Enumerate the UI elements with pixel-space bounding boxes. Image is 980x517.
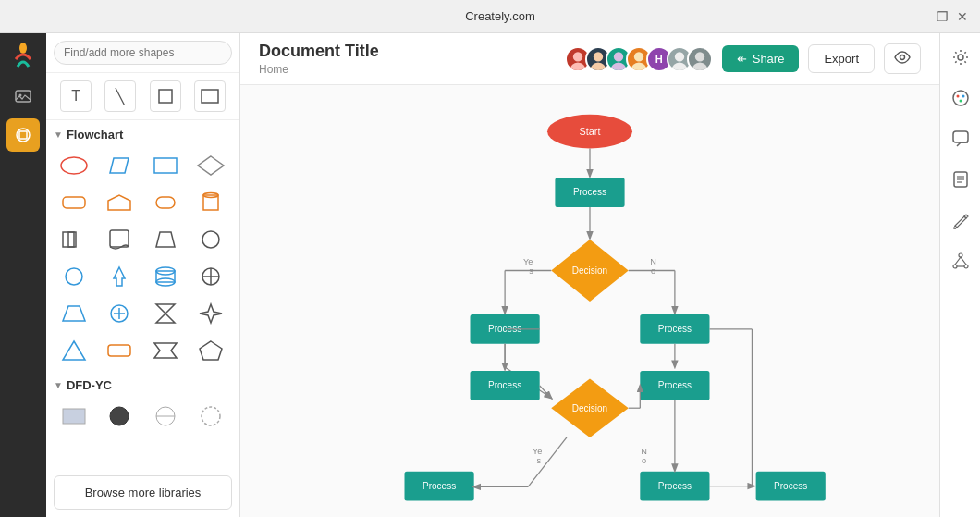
dfd-shape-circle[interactable] [99, 400, 140, 433]
shape-circle-plus[interactable] [99, 297, 140, 330]
shape-trapezoid2[interactable] [54, 297, 94, 330]
svg-line-111 [955, 257, 961, 265]
dfd-shape-dashed[interactable] [190, 400, 231, 433]
shape-house[interactable] [99, 186, 140, 219]
shape-rounded-rect[interactable] [99, 334, 140, 367]
shape-oval[interactable] [54, 149, 94, 182]
dfd-chevron: ▼ [54, 380, 63, 390]
search-bar [46, 33, 239, 73]
nav-rail [0, 33, 46, 517]
svg-point-46 [594, 52, 603, 61]
decision2-label: Decision [572, 403, 607, 413]
flowchart-section-header[interactable]: ▼ Flowchart [54, 128, 232, 142]
search-input[interactable] [54, 41, 232, 65]
svg-point-55 [692, 62, 707, 72]
dfd-shape-half-circle[interactable] [145, 400, 186, 433]
shape-pentagon[interactable] [190, 334, 231, 367]
shape-bow-tie[interactable] [145, 334, 186, 367]
shape-diamond[interactable] [190, 149, 231, 182]
process1-label: Process [573, 187, 606, 197]
svg-point-45 [570, 62, 585, 72]
svg-rect-11 [63, 197, 85, 208]
settings-icon[interactable] [944, 41, 977, 74]
line-tool[interactable]: ╲ [104, 80, 136, 112]
svg-point-20 [202, 231, 219, 248]
toolbar-row: T ╲ [46, 73, 239, 120]
network-icon[interactable] [944, 244, 977, 277]
svg-text:Ye: Ye [533, 447, 542, 456]
svg-point-56 [900, 55, 905, 60]
flowchart-label: Flowchart [67, 128, 123, 142]
dfd-shape-rect[interactable] [54, 400, 94, 433]
export-button[interactable]: Export [808, 44, 875, 73]
nav-icon-shapes[interactable] [6, 118, 40, 152]
svg-point-44 [573, 52, 582, 61]
shape-square-notch[interactable] [54, 223, 94, 256]
svg-marker-12 [108, 195, 130, 210]
svg-rect-17 [68, 232, 74, 247]
svg-point-3 [17, 129, 30, 142]
shape-rect-round[interactable] [54, 186, 94, 219]
shapes-panel: ▼ Flowchart [46, 120, 239, 468]
shape-trapezoid[interactable] [145, 223, 186, 256]
titlebar: Creately.com — ❐ ✕ [0, 0, 980, 33]
frame-tool[interactable] [150, 80, 181, 112]
svg-rect-5 [159, 90, 172, 103]
svg-rect-9 [154, 158, 177, 173]
doc-info: Document Title Home [259, 42, 379, 76]
avatars-group: H [569, 46, 713, 72]
text-tool[interactable]: T [60, 80, 92, 112]
rect-tool[interactable] [194, 80, 226, 112]
svg-point-98 [958, 55, 963, 60]
shape-star-4[interactable] [190, 297, 231, 330]
shape-rect-blue[interactable] [145, 149, 186, 182]
svg-marker-22 [114, 267, 125, 286]
process4-label: Process [488, 380, 521, 390]
shape-stadium[interactable] [145, 186, 186, 219]
process6-label: Process [423, 481, 456, 491]
shape-circle[interactable] [190, 223, 231, 256]
view-button[interactable] [884, 43, 921, 74]
notes-icon[interactable] [944, 163, 977, 196]
svg-point-47 [590, 62, 606, 72]
app-wrapper: T ╲ ▼ Flowchart [0, 33, 980, 517]
svg-rect-103 [953, 131, 968, 142]
share-button[interactable]: ↞ Share [722, 45, 800, 72]
dfd-shapes-grid [54, 400, 232, 433]
shape-triangle[interactable] [54, 334, 94, 367]
share-label: Share [753, 52, 785, 66]
svg-marker-38 [200, 341, 222, 360]
svg-rect-39 [63, 409, 85, 424]
browse-libraries-button[interactable]: Browse more libraries [54, 475, 232, 510]
svg-rect-13 [156, 197, 175, 208]
minimize-button[interactable]: — [915, 10, 928, 23]
dfd-section-header[interactable]: ▼ DFD-YC [54, 378, 232, 392]
svg-text:s: s [529, 266, 533, 276]
svg-point-100 [956, 95, 959, 98]
svg-point-51 [631, 62, 646, 72]
share-icon: ↞ [737, 52, 747, 66]
svg-rect-36 [108, 345, 130, 356]
shape-cylinder[interactable] [190, 186, 231, 219]
shape-db[interactable] [145, 260, 186, 293]
shape-circle-outline[interactable] [54, 260, 94, 293]
shape-hourglass[interactable] [145, 297, 186, 330]
brush-icon[interactable] [944, 203, 977, 237]
dfd-label: DFD-YC [67, 378, 112, 392]
palette-icon[interactable] [944, 81, 977, 115]
shape-doc[interactable] [99, 223, 140, 256]
canvas-area: Document Title Home [240, 33, 939, 517]
doc-breadcrumb: Home [259, 63, 379, 76]
comment-icon[interactable] [944, 122, 977, 155]
nav-icon-images[interactable] [6, 81, 40, 115]
shape-parallelogram[interactable] [99, 149, 140, 182]
maximize-button[interactable]: ❐ [936, 10, 949, 23]
shape-arrow-down[interactable] [99, 260, 140, 293]
svg-point-99 [953, 91, 968, 105]
app-logo [8, 41, 38, 70]
svg-marker-34 [200, 304, 222, 323]
svg-marker-35 [63, 341, 85, 360]
close-button[interactable]: ✕ [956, 10, 969, 23]
shape-cross[interactable] [190, 260, 231, 293]
canvas-content[interactable]: Start Process Decision Ye s [240, 85, 939, 517]
